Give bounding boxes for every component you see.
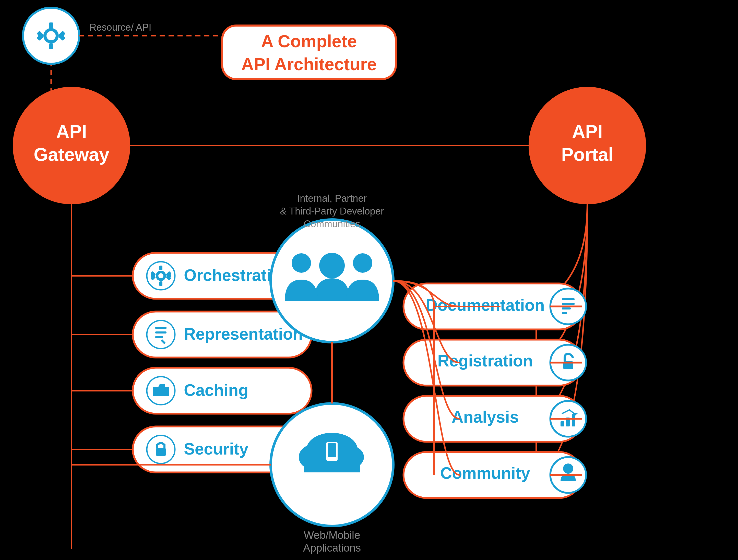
svg-rect-5 xyxy=(49,43,53,49)
svg-rect-78 xyxy=(562,298,575,300)
svg-text:Internal, Partner: Internal, Partner xyxy=(297,193,367,204)
svg-point-59 xyxy=(353,253,372,273)
svg-point-57 xyxy=(319,253,345,278)
svg-text:Applications: Applications xyxy=(303,542,361,554)
svg-rect-4 xyxy=(49,22,53,28)
svg-text:API: API xyxy=(572,121,603,142)
svg-rect-80 xyxy=(562,308,571,310)
svg-text:& Third-Party Developer: & Third-Party Developer xyxy=(280,206,384,216)
svg-rect-46 xyxy=(155,336,163,338)
svg-rect-81 xyxy=(562,312,567,314)
svg-point-70 xyxy=(331,458,333,461)
svg-rect-33 xyxy=(159,265,162,270)
svg-rect-67 xyxy=(304,460,360,472)
svg-text:API: API xyxy=(56,121,87,142)
svg-point-58 xyxy=(292,253,311,273)
svg-text:Gateway: Gateway xyxy=(34,144,109,165)
svg-rect-44 xyxy=(155,327,166,329)
svg-rect-79 xyxy=(562,303,575,305)
svg-rect-54 xyxy=(156,448,166,456)
svg-rect-34 xyxy=(159,282,162,286)
svg-text:Portal: Portal xyxy=(561,144,613,165)
svg-text:Security: Security xyxy=(184,440,249,458)
svg-point-3 xyxy=(46,31,56,40)
svg-text:Resource/ API: Resource/ API xyxy=(89,22,151,33)
svg-point-32 xyxy=(158,273,163,278)
svg-text:Analysis: Analysis xyxy=(451,408,519,426)
svg-text:A Complete: A Complete xyxy=(261,31,357,51)
svg-text:Web/Mobile: Web/Mobile xyxy=(304,529,360,541)
svg-point-43 xyxy=(147,321,175,349)
svg-text:Communities: Communities xyxy=(304,218,360,229)
svg-text:Caching: Caching xyxy=(184,381,248,399)
svg-point-99 xyxy=(563,464,573,474)
svg-text:API Architecture: API Architecture xyxy=(241,54,377,74)
svg-rect-45 xyxy=(155,332,166,334)
svg-rect-91 xyxy=(561,421,564,427)
svg-text:Community: Community xyxy=(440,464,530,482)
svg-text:Representation: Representation xyxy=(184,325,303,343)
svg-rect-93 xyxy=(572,414,575,427)
svg-text:Documentation: Documentation xyxy=(426,296,545,314)
svg-rect-69 xyxy=(328,443,336,457)
svg-text:Registration: Registration xyxy=(437,352,533,370)
